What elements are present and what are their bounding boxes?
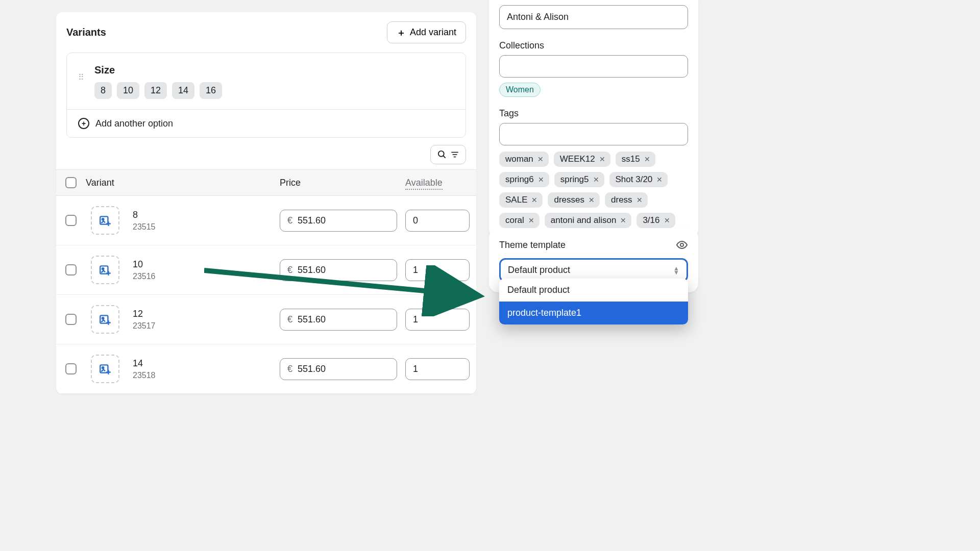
tag-label: WEEK12: [560, 154, 595, 164]
tag-label: woman: [505, 154, 533, 164]
variant-thumbnail[interactable]: [91, 256, 119, 284]
dropdown-option-default[interactable]: Default product: [499, 279, 688, 302]
svg-point-21: [680, 243, 683, 246]
collection-pill-women[interactable]: Women: [499, 83, 541, 97]
brand-input[interactable]: Antoni & Alison: [499, 5, 688, 29]
tag-remove-icon[interactable]: ✕: [593, 176, 599, 184]
variant-name: 8: [133, 210, 156, 220]
variant-name: 12: [133, 309, 156, 319]
row-checkbox[interactable]: [65, 264, 77, 276]
table-row[interactable]: 1023516€551.601: [56, 245, 476, 295]
price-value: 551.60: [298, 314, 326, 325]
variant-thumbnail[interactable]: [91, 355, 119, 383]
table-row[interactable]: 1223517€551.601: [56, 295, 476, 344]
preview-icon[interactable]: [676, 239, 688, 251]
collections-input[interactable]: [499, 55, 688, 78]
search-icon: [437, 149, 447, 160]
tag-pill[interactable]: SALE✕: [499, 192, 543, 208]
table-row[interactable]: 823515€551.600: [56, 196, 476, 245]
available-input[interactable]: 1: [405, 259, 470, 281]
tags-label: Tags: [499, 108, 688, 119]
tag-remove-icon[interactable]: ✕: [538, 176, 544, 184]
row-checkbox[interactable]: [65, 314, 77, 325]
tag-label: dresses: [554, 195, 584, 205]
variants-title: Variants: [66, 27, 106, 38]
tag-remove-icon[interactable]: ✕: [528, 216, 534, 224]
size-pill[interactable]: 16: [200, 82, 222, 99]
variant-meta: 1423518: [86, 355, 280, 383]
svg-point-18: [102, 367, 104, 368]
currency-symbol: €: [287, 265, 292, 276]
available-value: 0: [413, 215, 418, 226]
row-checkbox[interactable]: [65, 215, 77, 226]
price-input[interactable]: €551.60: [280, 309, 397, 331]
price-value: 551.60: [298, 265, 326, 276]
tag-remove-icon[interactable]: ✕: [537, 155, 544, 163]
theme-label: Theme template: [499, 240, 566, 251]
price-input[interactable]: €551.60: [280, 259, 397, 281]
available-input[interactable]: 1: [405, 309, 470, 331]
tag-pill[interactable]: antoni and alison✕: [545, 213, 632, 228]
tag-remove-icon[interactable]: ✕: [599, 155, 605, 163]
drag-handle-icon[interactable]: ⠿: [78, 72, 85, 82]
tag-pill[interactable]: dress✕: [605, 192, 648, 208]
variant-sku: 23518: [133, 371, 156, 380]
svg-point-0: [438, 151, 444, 157]
available-input[interactable]: 0: [405, 210, 470, 232]
variant-thumbnail[interactable]: [91, 305, 119, 334]
row-checkbox[interactable]: [65, 363, 77, 374]
tag-label: Shot 3/20: [616, 174, 653, 185]
tag-remove-icon[interactable]: ✕: [589, 196, 595, 204]
variant-meta: 1223517: [86, 305, 280, 334]
tag-remove-icon[interactable]: ✕: [656, 176, 663, 184]
tag-remove-icon[interactable]: ✕: [531, 196, 537, 204]
theme-template-card: Theme template Default product ▲▼ Defaul…: [489, 229, 698, 292]
size-pill[interactable]: 12: [144, 82, 167, 99]
add-variant-label: Add variant: [410, 27, 456, 38]
price-value: 551.60: [298, 364, 326, 374]
theme-select-value: Default product: [508, 265, 570, 276]
image-add-icon: [99, 263, 112, 277]
organization-card: Antoni & Alison Collections Women Tags w…: [489, 0, 698, 238]
variant-text: 1023516: [133, 259, 156, 281]
tag-pill[interactable]: spring6✕: [499, 172, 549, 187]
variant-sku: 23516: [133, 272, 156, 281]
tag-pill[interactable]: ss15✕: [616, 152, 655, 167]
add-another-option-button[interactable]: + Add another option: [67, 109, 465, 137]
image-add-icon: [99, 362, 112, 375]
tag-remove-icon[interactable]: ✕: [636, 196, 643, 204]
tag-pill[interactable]: coral✕: [499, 213, 540, 228]
search-filter-button[interactable]: [430, 145, 466, 164]
size-pill[interactable]: 8: [94, 82, 112, 99]
variant-thumbnail[interactable]: [91, 206, 119, 235]
tag-pill[interactable]: Shot 3/20✕: [609, 172, 668, 187]
price-input[interactable]: €551.60: [280, 210, 397, 232]
tag-label: spring6: [505, 174, 534, 185]
available-value: 1: [413, 314, 418, 325]
tags-input[interactable]: [499, 123, 688, 145]
tag-pill[interactable]: 3/16✕: [636, 213, 675, 228]
tag-pill[interactable]: WEEK12✕: [554, 152, 610, 167]
image-add-icon: [99, 313, 112, 326]
select-all-checkbox[interactable]: [65, 177, 77, 188]
svg-point-6: [102, 218, 104, 220]
tag-pill[interactable]: woman✕: [499, 152, 549, 167]
tag-pill[interactable]: spring5✕: [554, 172, 604, 187]
tag-remove-icon[interactable]: ✕: [644, 155, 650, 163]
dropdown-option-template1[interactable]: product-template1: [499, 302, 688, 324]
tags-wrap: woman✕WEEK12✕ss15✕spring6✕spring5✕Shot 3…: [499, 152, 688, 228]
theme-template-dropdown: Default product product-template1: [499, 279, 688, 324]
table-row[interactable]: 1423518€551.601: [56, 344, 476, 394]
available-input[interactable]: 1: [405, 358, 470, 380]
option-row: ⠿ Size 810121416: [67, 53, 465, 109]
filter-row: [56, 138, 476, 169]
price-input[interactable]: €551.60: [280, 358, 397, 380]
size-pill[interactable]: 10: [117, 82, 139, 99]
size-pill[interactable]: 14: [172, 82, 194, 99]
option-content: Size 810121416: [94, 64, 454, 99]
variant-name: 14: [133, 358, 156, 369]
tag-pill[interactable]: dresses✕: [548, 192, 600, 208]
tag-remove-icon[interactable]: ✕: [664, 216, 670, 224]
add-variant-button[interactable]: ＋ Add variant: [387, 21, 466, 43]
tag-remove-icon[interactable]: ✕: [620, 216, 626, 224]
